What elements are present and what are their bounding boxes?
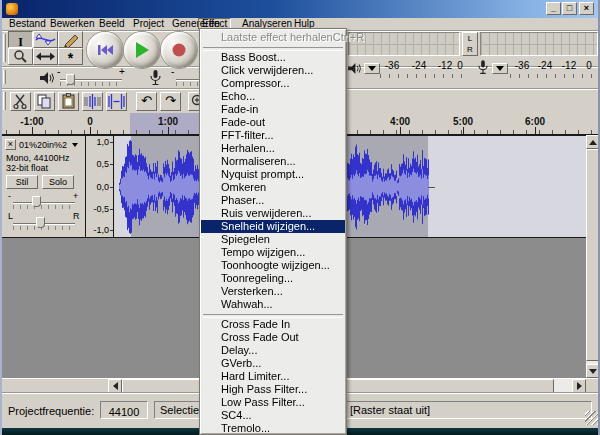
record-button[interactable] xyxy=(161,32,197,68)
input-meter-dropdown[interactable] xyxy=(492,63,508,74)
menubar-item-bestand[interactable]: Bestand xyxy=(6,18,49,30)
timeline-label: 6:00 xyxy=(525,116,545,127)
project-rate-field[interactable]: 44100 xyxy=(100,401,148,419)
menu-item-omkeren[interactable]: Omkeren xyxy=(201,181,345,194)
toolbar-grip[interactable] xyxy=(3,34,6,62)
chevron-down-icon xyxy=(368,66,376,71)
vertical-scrollbar-thumb[interactable] xyxy=(586,149,600,361)
pan-slider-thumb[interactable] xyxy=(36,217,45,228)
scroll-down-button[interactable] xyxy=(586,364,600,378)
track-close-button[interactable]: × xyxy=(5,139,16,150)
menu-item-fade-out[interactable]: Fade-out xyxy=(201,116,345,129)
scroll-right-button[interactable] xyxy=(572,379,586,393)
menu-item-herhalen[interactable]: Herhalen... xyxy=(201,142,345,155)
play-button[interactable] xyxy=(124,32,160,68)
solo-button[interactable]: Solo xyxy=(42,175,74,189)
menu-item-label: High Pass Filter... xyxy=(221,383,307,396)
menu-item-click-verwijderen[interactable]: Click verwijderen... xyxy=(201,64,345,77)
minimize-button[interactable]: _ xyxy=(546,2,561,15)
menubar-item-bewerken[interactable]: Bewerken xyxy=(47,18,97,30)
track-title[interactable]: 01%20in%2 xyxy=(19,140,67,150)
menu-item-cross-fade-in[interactable]: Cross Fade In xyxy=(201,318,345,331)
output-meter-dropdown[interactable] xyxy=(364,63,380,74)
menu-item-tremolo[interactable]: Tremolo... xyxy=(201,422,345,435)
menu-item-echo[interactable]: Echo... xyxy=(201,90,345,103)
menu-item-label: Tempo wijzigen... xyxy=(221,246,305,259)
menu-item-spiegelen[interactable]: Spiegelen xyxy=(201,233,345,246)
menu-item-cross-fade-out[interactable]: Cross Fade Out xyxy=(201,331,345,344)
menubar-item-project[interactable]: Project xyxy=(130,18,167,30)
toolbar-grip[interactable] xyxy=(3,70,6,84)
menu-item-sc4[interactable]: SC4... xyxy=(201,409,345,422)
menu-item-nyquist-prompt[interactable]: Nyquist prompt... xyxy=(201,168,345,181)
project-rate-value: 44100 xyxy=(109,406,140,418)
scrollbar-corner xyxy=(586,379,600,393)
maximize-button[interactable]: □ xyxy=(562,2,577,15)
mute-label: Stil xyxy=(16,177,29,187)
undo-button[interactable]: ↶ xyxy=(136,92,157,111)
menu-item-ruis-verwijderen[interactable]: Ruis verwijderen... xyxy=(201,207,345,220)
menu-item-hard-limiter[interactable]: Hard Limiter... xyxy=(201,370,345,383)
envelope-tool-button[interactable] xyxy=(33,31,58,48)
timeshift-tool-button[interactable] xyxy=(33,48,58,65)
effect-menu-popup: Laatste effect herhalen Ctrl+R Bass Boos… xyxy=(199,28,347,435)
timeline-label: 0 xyxy=(87,116,93,127)
gain-slider-thumb[interactable] xyxy=(32,196,41,207)
close-button[interactable]: × xyxy=(579,2,594,15)
vertical-scrollbar[interactable] xyxy=(586,135,600,378)
menu-item-toonhoogte-wijzigen[interactable]: Toonhoogte wijzigen... xyxy=(201,259,345,272)
speaker-icon xyxy=(348,63,361,74)
menu-item-compressor[interactable]: Compressor... xyxy=(201,77,345,90)
cut-button[interactable] xyxy=(10,92,31,111)
scroll-left-button[interactable] xyxy=(108,379,122,393)
meter-left-label: L xyxy=(463,33,477,44)
amp-label: -1,0 xyxy=(87,225,109,235)
menu-item-high-pass-filter[interactable]: High Pass Filter... xyxy=(201,383,345,396)
menu-item-tempo-wijzigen[interactable]: Tempo wijzigen... xyxy=(201,246,345,259)
track-menu-arrow-icon[interactable] xyxy=(72,143,78,147)
arrow-down-icon xyxy=(589,369,597,374)
menu-item-gverb[interactable]: GVerb... xyxy=(201,357,345,370)
input-volume-slider[interactable] xyxy=(176,79,199,81)
menu-item-low-pass-filter[interactable]: Low Pass Filter... xyxy=(201,396,345,409)
multi-tool-button[interactable]: * xyxy=(58,48,83,65)
toolbar-grip[interactable] xyxy=(3,92,6,110)
gain-slider[interactable] xyxy=(13,202,75,204)
trim-button[interactable] xyxy=(82,92,103,111)
menu-item-fade-in[interactable]: Fade-in xyxy=(201,103,345,116)
zoom-tool-button[interactable] xyxy=(8,48,33,65)
selection-tool-button[interactable]: I xyxy=(8,31,33,48)
pencil-icon xyxy=(59,32,82,47)
draw-tool-button[interactable] xyxy=(58,31,83,48)
menu-item-phaser[interactable]: Phaser... xyxy=(201,194,345,207)
amp-tick xyxy=(110,187,113,188)
amp-tick xyxy=(110,230,113,231)
gain-min-label: - xyxy=(8,191,11,201)
menu-item-laatste-effect-herhalen[interactable]: Laatste effect herhalen Ctrl+R xyxy=(201,31,345,44)
menu-item-fft-filter[interactable]: FFT-filter... xyxy=(201,129,345,142)
menu-item-bass-boost[interactable]: Bass Boost... xyxy=(201,51,345,64)
resize-grip[interactable] xyxy=(585,411,599,425)
silence-button[interactable] xyxy=(106,92,127,111)
copy-button[interactable] xyxy=(34,92,55,111)
menu-item-label: FFT-filter... xyxy=(221,129,274,142)
double-arrow-icon xyxy=(34,49,57,64)
menu-item-label: Compressor... xyxy=(221,77,289,90)
skip-to-start-button[interactable] xyxy=(87,32,123,68)
menu-item-wahwah[interactable]: Wahwah... xyxy=(201,298,345,311)
menu-item-label: Snelheid wijzigen... xyxy=(221,220,315,233)
menu-item-label: Low Pass Filter... xyxy=(221,396,305,409)
menu-item-delay[interactable]: Delay... xyxy=(201,344,345,357)
waveform-canvas[interactable] xyxy=(115,136,586,237)
menu-item-toonregeling[interactable]: Toonregeling... xyxy=(201,272,345,285)
scroll-up-button[interactable] xyxy=(586,135,600,149)
mute-button[interactable]: Stil xyxy=(6,175,38,189)
redo-button[interactable]: ↷ xyxy=(160,92,181,111)
skip-to-start-icon xyxy=(97,44,113,56)
output-volume-slider-thumb[interactable] xyxy=(66,74,75,85)
menubar-item-beeld[interactable]: Beeld xyxy=(96,18,128,30)
paste-button[interactable] xyxy=(58,92,79,111)
menu-item-snelheid-wijzigen[interactable]: Snelheid wijzigen... xyxy=(201,220,345,233)
menu-item-normaliseren[interactable]: Normaliseren... xyxy=(201,155,345,168)
menu-item-versterken[interactable]: Versterken... xyxy=(201,285,345,298)
